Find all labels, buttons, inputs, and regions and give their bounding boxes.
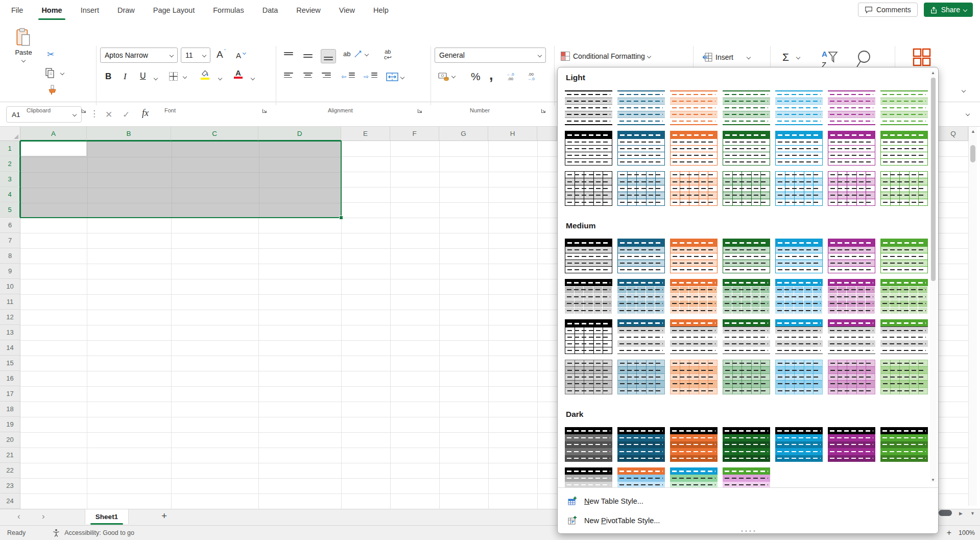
prev-sheet-button[interactable]: ‹ [17, 511, 20, 522]
table-style-medium-r1-c6[interactable] [828, 239, 875, 273]
column-header-H[interactable]: H [488, 127, 537, 141]
menu-tab-home[interactable]: Home [41, 0, 62, 20]
row-header-7[interactable]: 7 [0, 233, 20, 248]
table-style-medium-r2-c2[interactable] [617, 279, 665, 314]
format-painter-button[interactable] [47, 85, 57, 95]
table-style-medium-r3-c2[interactable] [617, 319, 665, 354]
font-dialog-launcher[interactable] [261, 108, 268, 114]
menu-tab-insert[interactable]: Insert [81, 0, 99, 20]
menu-tab-formulas[interactable]: Formulas [213, 0, 244, 20]
share-button[interactable]: Share [924, 3, 973, 17]
table-style-light-r3-c6[interactable] [828, 171, 875, 206]
font-color-menu-chevron[interactable] [251, 76, 255, 80]
increase-indent-button[interactable]: ⇨ [364, 73, 377, 80]
percent-style-button[interactable]: % [471, 71, 481, 83]
gallery-scrollbar[interactable]: ▲ ▼ [930, 71, 937, 482]
insert-cells-button[interactable]: Insert [702, 52, 750, 62]
zoom-in-button[interactable]: + [947, 528, 951, 537]
table-style-light-r3-c1[interactable] [565, 171, 612, 206]
row-header-2[interactable]: 2 [0, 156, 20, 172]
menu-tab-draw[interactable]: Draw [117, 0, 135, 20]
wrap-text-button[interactable]: ab c↩ [384, 49, 392, 60]
table-style-light-r1-c4[interactable] [723, 90, 770, 125]
column-header-G[interactable]: G [439, 127, 488, 141]
cancel-entry-button[interactable]: ✕ [105, 109, 112, 120]
italic-button[interactable]: I [124, 72, 127, 82]
row-header-11[interactable]: 11 [0, 294, 20, 310]
row-header-15[interactable]: 15 [0, 356, 20, 371]
table-style-dark-r2-c1[interactable] [565, 467, 612, 487]
column-header-Q[interactable]: Q [939, 127, 968, 141]
gallery-scroll-up-arrow[interactable]: ▲ [931, 71, 935, 75]
table-style-medium-r4-c6[interactable] [828, 360, 875, 394]
font-size-select[interactable]: 11 [181, 48, 210, 63]
align-center-button[interactable] [303, 73, 313, 80]
row-header-14[interactable]: 14 [0, 340, 20, 356]
row-header-22[interactable]: 22 [0, 463, 20, 478]
selection-fill-handle[interactable] [339, 216, 343, 220]
table-style-medium-r1-c1[interactable] [565, 239, 612, 273]
table-style-medium-r1-c4[interactable] [723, 239, 770, 273]
align-bottom-button[interactable] [321, 49, 336, 63]
insert-function-button[interactable]: fx [142, 108, 149, 119]
horizontal-scrollbar-thumb[interactable] [939, 510, 952, 516]
table-style-medium-r4-c2[interactable] [617, 360, 665, 394]
table-style-medium-r2-c3[interactable] [670, 279, 718, 314]
vertical-scrollbar[interactable]: ▲ [968, 127, 977, 506]
table-style-dark-r1-c1[interactable] [565, 427, 612, 462]
sheet-tab-sheet1[interactable]: Sheet1 [85, 509, 129, 524]
row-header-4[interactable]: 4 [0, 187, 20, 202]
table-style-medium-r3-c5[interactable] [775, 319, 823, 354]
table-style-dark-r1-c4[interactable] [723, 427, 770, 462]
table-style-medium-r3-c1[interactable] [565, 319, 612, 354]
fill-color-button[interactable] [200, 69, 210, 80]
table-style-light-r3-c5[interactable] [775, 171, 823, 206]
column-header-C[interactable]: C [171, 127, 258, 141]
table-style-dark-r1-c5[interactable] [775, 427, 823, 462]
table-style-medium-r4-c3[interactable] [670, 360, 718, 394]
table-style-medium-r4-c4[interactable] [723, 360, 770, 394]
menu-tab-file[interactable]: File [11, 0, 23, 20]
table-style-light-r2-c3[interactable] [670, 131, 718, 166]
scroll-right-arrow[interactable]: ▶ [959, 511, 963, 516]
table-style-medium-r4-c7[interactable] [880, 360, 928, 394]
align-left-button[interactable] [284, 73, 293, 80]
table-style-dark-r1-c7[interactable] [880, 427, 928, 462]
autosum-button[interactable]: Σ [782, 51, 800, 63]
row-header-13[interactable]: 13 [0, 325, 20, 340]
new-pivottable-style-item[interactable]: New PivotTable Style... [558, 511, 938, 530]
alignment-dialog-launcher[interactable] [417, 108, 423, 114]
table-style-light-r2-c5[interactable] [775, 131, 823, 166]
column-header-F[interactable]: F [390, 127, 439, 141]
table-style-dark-r2-c3[interactable] [670, 467, 718, 487]
bold-button[interactable]: B [105, 72, 111, 82]
table-style-medium-r4-c5[interactable] [775, 360, 823, 394]
table-style-light-r2-c7[interactable] [880, 131, 928, 166]
borders-button[interactable] [169, 72, 186, 81]
table-style-dark-r2-c2[interactable] [617, 467, 665, 487]
table-style-medium-r1-c2[interactable] [617, 239, 665, 273]
table-style-medium-r1-c5[interactable] [775, 239, 823, 273]
underline-menu-chevron[interactable] [154, 76, 158, 80]
row-header-12[interactable]: 12 [0, 310, 20, 325]
orientation-button[interactable]: ab ⟶ [343, 50, 368, 58]
align-middle-button[interactable] [303, 52, 313, 60]
table-style-medium-r2-c7[interactable] [880, 279, 928, 314]
table-style-medium-r3-c6[interactable] [828, 319, 875, 354]
dropdown-resize-handle[interactable] [741, 530, 755, 532]
decrease-font-size-button[interactable]: A [236, 51, 246, 60]
select-all-corner[interactable] [0, 127, 20, 141]
table-style-medium-r3-c4[interactable] [723, 319, 770, 354]
row-header-23[interactable]: 23 [0, 478, 20, 494]
table-style-light-r3-c2[interactable] [617, 171, 665, 206]
accounting-format-button[interactable] [438, 72, 455, 81]
row-header-8[interactable]: 8 [0, 248, 20, 264]
table-style-light-r3-c3[interactable] [670, 171, 718, 206]
active-cell-a1[interactable] [21, 142, 86, 156]
table-style-medium-r2-c5[interactable] [775, 279, 823, 314]
next-sheet-button[interactable]: › [42, 511, 45, 522]
gallery-scrollbar-thumb[interactable] [931, 78, 936, 281]
scroll-up-arrow[interactable]: ▲ [971, 129, 975, 134]
table-style-medium-r1-c3[interactable] [670, 239, 718, 273]
table-style-light-r3-c4[interactable] [723, 171, 770, 206]
